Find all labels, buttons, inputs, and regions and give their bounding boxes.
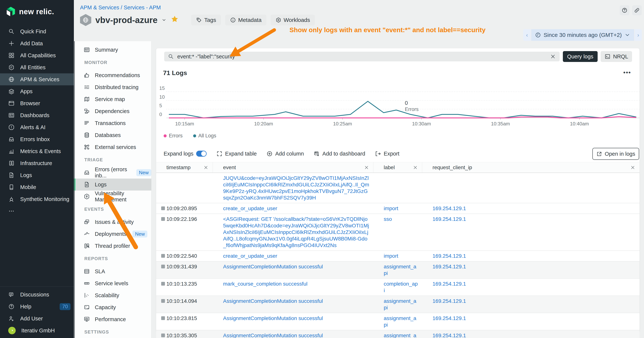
table-row[interactable]: 10:09:31.439AssignmentCompletionMutation… bbox=[156, 261, 640, 279]
table-row[interactable]: 10:09:22.540create_or_update_userimport1… bbox=[156, 251, 640, 261]
event-link[interactable]: <ASGIRequest: GET '/sso/callback/?state=… bbox=[223, 216, 369, 248]
label-link[interactable]: import bbox=[384, 253, 398, 259]
column-header-event[interactable]: event bbox=[213, 162, 374, 173]
breadcrumb-services-apm[interactable]: Services - APM bbox=[124, 5, 161, 11]
column-header-label[interactable]: label bbox=[374, 162, 422, 173]
time-prev-button[interactable]: ‹ bbox=[523, 29, 531, 41]
column-close-icon[interactable] bbox=[364, 165, 369, 170]
sidebar-item-apps[interactable]: Apps bbox=[0, 85, 74, 97]
more-options-icon[interactable]: ••• bbox=[623, 69, 631, 76]
sidebar-item-synthetic-monitoring[interactable]: Synthetic Monitoring bbox=[0, 193, 74, 205]
label-link[interactable]: assignment_api bbox=[384, 298, 416, 310]
ip-link[interactable]: 169.254.129.1 bbox=[432, 205, 466, 211]
column-header-request_client_ip[interactable]: request_client_ip bbox=[422, 162, 640, 173]
row-marker[interactable] bbox=[161, 333, 165, 337]
event-link[interactable]: AssignmentCompletionMutation successful bbox=[223, 298, 323, 304]
table-row[interactable]: 10:10:13.235mark_course_completion succe… bbox=[156, 279, 640, 296]
open-in-logs-button[interactable]: Open in logs bbox=[592, 148, 639, 160]
table-row[interactable]: 10:10:23.815AssignmentCompletionMutation… bbox=[156, 313, 640, 330]
row-marker[interactable] bbox=[161, 265, 165, 268]
local-nav-item-databases[interactable]: Databases bbox=[74, 129, 151, 141]
table-row[interactable]: 10:09:20.895create_or_update_userimport1… bbox=[156, 203, 640, 214]
local-nav-item-capacity[interactable]: Capacity bbox=[74, 301, 151, 313]
column-close-icon[interactable] bbox=[203, 165, 208, 170]
sidebar-item-infrastructure[interactable]: Infrastructure bbox=[0, 157, 74, 169]
column-header-timestamp[interactable]: timestamp bbox=[156, 162, 213, 173]
log-query-input[interactable] bbox=[177, 54, 546, 60]
local-nav-item-vulnerability-management[interactable]: Vulnerability Management bbox=[74, 191, 151, 202]
log-search-bar[interactable] bbox=[164, 52, 560, 61]
event-link[interactable]: AssignmentCompletionMutation successful bbox=[223, 264, 323, 269]
local-nav-scrollbar[interactable] bbox=[74, 41, 75, 338]
sidebar-footer-discussions[interactable]: Discussions bbox=[0, 289, 74, 300]
sidebar-item-all-entities[interactable]: All Entities bbox=[0, 61, 74, 73]
nrql-button[interactable]: NRQL bbox=[600, 51, 632, 62]
event-link[interactable]: AssignmentCompletionMutation successful bbox=[223, 332, 323, 338]
event-link[interactable]: create_or_update_user bbox=[223, 205, 277, 211]
local-nav-item-distributed-tracing[interactable]: Distributed tracing bbox=[74, 81, 151, 93]
ip-link[interactable]: 169.254.129.1 bbox=[432, 315, 466, 321]
favorite-star-icon[interactable] bbox=[170, 15, 179, 25]
label-link[interactable]: assignment_api bbox=[384, 332, 416, 338]
sidebar-item-apm-services[interactable]: APM & Services bbox=[0, 73, 74, 85]
local-nav-item-external-services[interactable]: External services bbox=[74, 141, 151, 153]
sidebar-item-alerts-ai[interactable]: Alerts & AI bbox=[0, 121, 74, 133]
expand-logs-toggle[interactable] bbox=[196, 151, 207, 157]
copy-link-button[interactable] bbox=[632, 5, 642, 15]
add-column-button[interactable]: Add column bbox=[266, 151, 304, 157]
help-button[interactable] bbox=[620, 5, 630, 15]
sidebar-item-errors-inbox[interactable]: Errors Inbox bbox=[0, 133, 74, 145]
clear-query-icon[interactable] bbox=[550, 54, 556, 60]
local-nav-item-errors-errors-inb-[interactable]: Errors (errors inb...New bbox=[74, 167, 151, 179]
entity-title[interactable]: vbv-prod-azure bbox=[95, 15, 158, 25]
column-close-icon[interactable] bbox=[413, 165, 418, 170]
local-nav-item-recommendations[interactable]: Recommendations bbox=[74, 69, 151, 81]
event-link[interactable]: mark_course_completion successful bbox=[223, 281, 308, 287]
row-marker[interactable] bbox=[161, 217, 165, 221]
table-row[interactable]: 10:10:35.305AssignmentCompletionMutation… bbox=[156, 330, 640, 338]
legend-all-logs[interactable]: All Logs bbox=[193, 133, 216, 139]
row-marker[interactable] bbox=[161, 299, 165, 303]
sidebar-item-dashboards[interactable]: Dashboards bbox=[0, 109, 74, 121]
local-nav-item-scalability[interactable]: Scalability bbox=[74, 289, 151, 301]
label-link[interactable]: assignment_api bbox=[384, 315, 416, 328]
sidebar-item-add-data[interactable]: Add Data bbox=[0, 38, 74, 49]
local-nav-item-sla[interactable]: SLA bbox=[74, 265, 151, 277]
sidebar-item-quick-find[interactable]: Quick Find bbox=[0, 26, 74, 38]
sidebar-item-mobile[interactable]: Mobile bbox=[0, 181, 74, 193]
event-link[interactable]: create_or_update_user bbox=[223, 253, 277, 259]
breadcrumb-apm-services[interactable]: APM & Services bbox=[80, 5, 119, 11]
expand-table-button[interactable]: Expand table bbox=[216, 151, 257, 157]
column-close-icon[interactable] bbox=[630, 165, 636, 170]
local-nav-item-service-levels[interactable]: Service levels bbox=[74, 277, 151, 289]
row-marker[interactable] bbox=[161, 316, 165, 320]
metadata-button[interactable]: Metadata bbox=[225, 15, 266, 26]
local-nav-item-issues-activity[interactable]: Issues & activity bbox=[74, 216, 151, 228]
label-link[interactable]: sso bbox=[384, 216, 392, 222]
sidebar-footer-help[interactable]: Help70 bbox=[0, 300, 74, 312]
ip-link[interactable]: 169.254.129.1 bbox=[432, 216, 466, 222]
ip-link[interactable]: 169.254.129.1 bbox=[432, 332, 466, 338]
local-nav-item-transactions[interactable]: Transactions bbox=[74, 117, 151, 129]
export-button[interactable]: Export bbox=[375, 151, 400, 157]
ip-link[interactable]: 169.254.129.1 bbox=[432, 264, 466, 269]
row-marker[interactable] bbox=[161, 206, 165, 210]
event-link[interactable]: AssignmentCompletionMutation successful bbox=[223, 315, 323, 321]
local-nav-item-dependencies[interactable]: Dependencies bbox=[74, 105, 151, 117]
legend-errors[interactable]: Errors bbox=[164, 133, 183, 139]
ip-link[interactable]: 169.254.129.1 bbox=[432, 281, 466, 287]
table-row[interactable]: 10:09:22.196<ASGIRequest: GET '/sso/call… bbox=[156, 214, 640, 251]
local-nav-item-service-map[interactable]: Service map bbox=[74, 93, 151, 105]
time-range-button[interactable]: Since 30 minutes ago (GMT+2) bbox=[531, 29, 634, 41]
local-nav-item-performance[interactable]: Performance bbox=[74, 313, 151, 325]
sidebar-item-browser[interactable]: Browser bbox=[0, 97, 74, 109]
row-marker[interactable] bbox=[161, 254, 165, 258]
local-nav-item-summary[interactable]: Summary bbox=[74, 44, 151, 56]
add-to-dashboard-button[interactable]: Add to dashboard bbox=[314, 151, 365, 157]
sidebar-item-logs[interactable]: Logs bbox=[0, 169, 74, 181]
row-marker[interactable] bbox=[161, 282, 165, 286]
workloads-button[interactable]: Workloads bbox=[270, 15, 315, 26]
label-link[interactable]: completion_api bbox=[384, 281, 418, 293]
tags-button[interactable]: Tags bbox=[191, 15, 221, 26]
sidebar-footer-add-user[interactable]: Add User bbox=[0, 312, 74, 324]
